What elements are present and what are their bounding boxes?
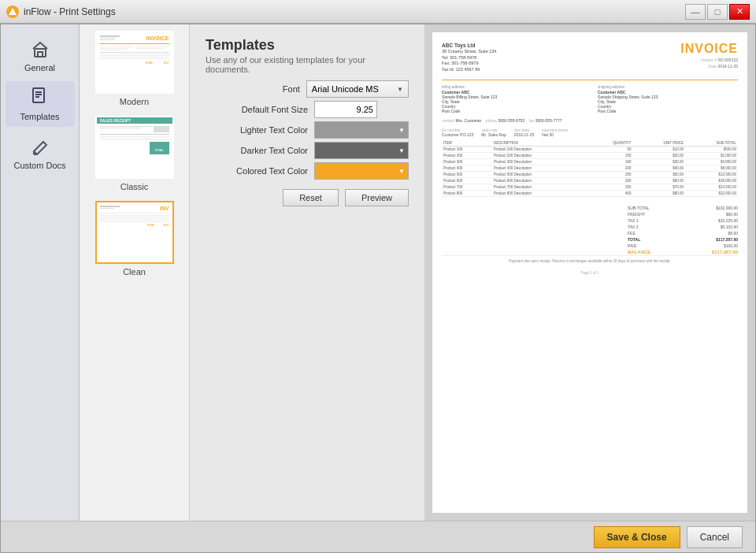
template-thumb-clean: INV TOTAL$117: [95, 201, 174, 264]
window-controls: — □ ✕: [685, 4, 750, 20]
preview-button[interactable]: Preview: [345, 189, 409, 206]
template-item-classic[interactable]: SALES RECEIPT: [87, 116, 182, 191]
table-cell: $60.00: [632, 177, 685, 184]
cancel-button[interactable]: Cancel: [687, 526, 743, 548]
lighter-color-swatch[interactable]: ▼: [314, 121, 409, 139]
table-cell: 400: [584, 190, 632, 196]
title-bar: inFlow - Print Settings — □ ✕: [0, 0, 756, 24]
col-qty: QUANTITY: [584, 140, 632, 147]
pencil-icon: [29, 135, 51, 158]
table-cell: $32,000.00: [685, 190, 738, 196]
sidebar-custom-docs-label: Custom Docs: [13, 161, 65, 170]
table-cell: $18,000.00: [685, 177, 738, 184]
colored-color-swatch[interactable]: ▼: [314, 162, 409, 180]
template-item-modern[interactable]: INVOICE: [87, 31, 182, 106]
table-row: Product 400Product 400 Description200$40…: [442, 165, 738, 171]
preview-container: ABC Toys Ltd 39 Creamy Street, Suite 134…: [424, 24, 755, 521]
col-description: DESCRIPTION: [492, 140, 585, 147]
table-cell: $24,500.00: [685, 184, 738, 190]
company-tel: Tel: 301-758-5978: [442, 55, 496, 61]
template-item-clean[interactable]: INV TOTAL$117: [87, 201, 182, 276]
colored-color-row: Colored Text Color ▼: [206, 162, 409, 180]
fax-label: fax: [529, 118, 535, 123]
darker-dropdown-arrow: ▼: [398, 147, 405, 154]
sidebar-item-general[interactable]: General: [6, 32, 75, 78]
font-size-input[interactable]: [314, 101, 377, 118]
invoice-date-value: 2016-11-25: [717, 64, 738, 69]
darker-color-swatch[interactable]: ▼: [314, 142, 409, 159]
page-subtitle: Use any of our existing templates for yo…: [206, 55, 409, 74]
table-cell: Product 600: [442, 177, 492, 184]
table-row: Product 200Product 200 Description100$20…: [442, 152, 738, 158]
col-subtotal: SUB-TOTAL: [685, 140, 738, 147]
main-window: General Templates: [0, 24, 756, 553]
table-cell: 350: [584, 184, 632, 190]
table-cell: Product 700 Description: [492, 184, 585, 190]
table-cell: $12,500.00: [685, 171, 738, 177]
total-row: TOTAL $117,357.60: [628, 236, 738, 243]
font-size-label: Default Font Size: [206, 105, 308, 114]
font-select[interactable]: Arial Unicode MS ▼: [306, 80, 409, 98]
font-value: Arial Unicode MS: [312, 84, 379, 94]
minimize-button[interactable]: —: [685, 4, 706, 20]
company-address: 39 Creamy Street, Suite 134: [442, 49, 496, 55]
settings-panel: Templates Use any of our existing templa…: [190, 24, 424, 521]
close-button[interactable]: ✕: [729, 4, 750, 20]
table-cell: 50: [584, 146, 632, 152]
table-row: Product 800Product 800 Description400$80…: [442, 190, 738, 196]
button-spacer: [206, 189, 276, 206]
invoice-title-block: INVOICE Invoice # SO-000123 Date 2016-11…: [680, 42, 738, 73]
darker-color-row: Darker Text Color ▼: [206, 142, 409, 159]
shipping-address: shipping address Customer ABC Sample Shi…: [598, 85, 738, 113]
table-cell: Product 300: [442, 158, 492, 165]
table-cell: Product 600 Description: [492, 177, 585, 184]
billing-postal: Post Code: [442, 109, 582, 113]
freight-value: $60.00: [726, 212, 738, 217]
table-cell: $500.00: [685, 146, 738, 152]
invoice-date: Date 2016-11-25: [680, 64, 738, 69]
payment-terms-value: Net 30: [542, 132, 554, 137]
table-cell: Product 300 Description: [492, 158, 585, 165]
table-cell: $40.00: [632, 165, 685, 171]
svg-rect-2: [38, 52, 43, 57]
subtotal-value: $102,000.00: [716, 206, 738, 210]
page-number: Page 1 of 1: [442, 271, 738, 275]
sidebar-item-custom-docs[interactable]: Custom Docs: [6, 130, 75, 176]
table-cell: Product 200: [442, 152, 492, 158]
table-cell: $50.00: [632, 171, 685, 177]
table-row: Product 300Product 300 Description160$30…: [442, 158, 738, 165]
company-fax: Fax: 301-758-5979: [442, 61, 496, 67]
tax1-value: $10,225.00: [718, 218, 738, 223]
font-dropdown-arrow: ▼: [397, 86, 403, 93]
reset-button[interactable]: Reset: [283, 189, 339, 206]
table-cell: Product 200 Description: [492, 152, 585, 158]
balance-row: BALANCE $117,267.60: [628, 249, 738, 255]
shipping-postal: Post Code: [598, 109, 738, 113]
table-cell: Product 500 Description: [492, 171, 585, 177]
table-cell: Product 100: [442, 146, 492, 152]
invoice-header: ABC Toys Ltd 39 Creamy Street, Suite 134…: [442, 42, 738, 73]
save-close-button[interactable]: Save & Close: [594, 526, 680, 548]
invoice-number-value: SO-000123: [717, 58, 738, 62]
template-thumb-modern: INVOICE: [95, 31, 174, 94]
fee-value: $8.00: [728, 231, 738, 236]
table-cell: Product 500: [442, 171, 492, 177]
sidebar-item-templates[interactable]: Templates: [6, 81, 75, 127]
contact-value: Mrs. Customer: [456, 118, 482, 123]
billing-label: billing address: [442, 85, 582, 89]
darker-color-label: Darker Text Color: [206, 146, 308, 155]
svg-marker-0: [9, 8, 17, 15]
lighter-color-row: Lighter Text Color ▼: [206, 121, 409, 139]
sidebar-templates-label: Templates: [20, 112, 59, 121]
document-icon: [29, 87, 51, 109]
action-buttons: Reset Preview: [206, 189, 409, 206]
maximize-button[interactable]: □: [707, 4, 728, 20]
lighter-dropdown-arrow: ▼: [398, 127, 405, 134]
invoice-footer: Payment due upon receipt. Returns or exc…: [442, 255, 738, 263]
main-content-area: Templates Use any of our existing templa…: [190, 24, 755, 521]
invoice-table: ITEM DESCRIPTION QUANTITY UNIT PRICE SUB…: [442, 140, 738, 197]
table-cell: 200: [584, 165, 632, 171]
orange-divider: [442, 80, 738, 80]
fee-row: FEE $8.00: [628, 230, 738, 236]
company-name: ABC Toys Ltd: [442, 42, 496, 49]
